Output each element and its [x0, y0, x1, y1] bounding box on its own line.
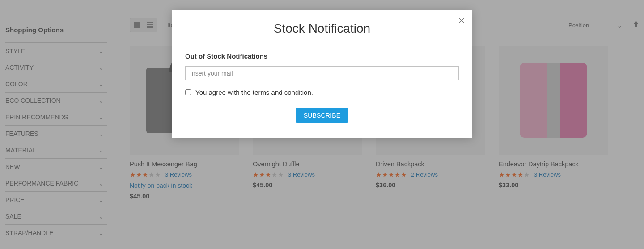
close-button[interactable]	[456, 15, 467, 27]
terms-checkbox[interactable]	[185, 89, 191, 95]
email-input[interactable]	[185, 66, 459, 80]
modal-overlay[interactable]: Stock Notification Out of Stock Notifica…	[0, 0, 644, 249]
modal-label: Out of Stock Notifications	[185, 52, 459, 60]
terms-text: You agree with the terms and condition.	[195, 89, 313, 96]
subscribe-button[interactable]: SUBSCRIBE	[296, 108, 349, 123]
modal-title: Stock Notification	[185, 21, 459, 44]
terms-row[interactable]: You agree with the terms and condition.	[185, 89, 459, 96]
close-icon	[458, 17, 465, 24]
stock-notification-modal: Stock Notification Out of Stock Notifica…	[172, 10, 472, 138]
